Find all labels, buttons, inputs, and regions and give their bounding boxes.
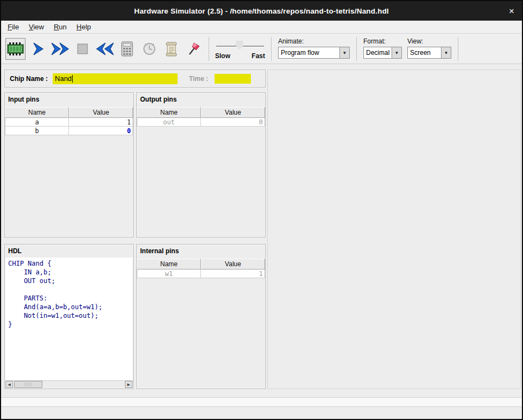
chip-header-panel: Chip Name : Nand Time : bbox=[4, 70, 266, 87]
hdl-panel: HDL CHIP Nand { IN a,b; OUT out; PARTS: … bbox=[4, 244, 134, 389]
toolbar-separator bbox=[458, 37, 458, 61]
breakpoint-flag-icon bbox=[187, 42, 201, 56]
scroll-right-icon[interactable]: ▶ bbox=[125, 381, 133, 388]
script-button[interactable] bbox=[161, 38, 181, 60]
toolbar-separator bbox=[271, 37, 272, 61]
view-select[interactable]: Screen ▼ bbox=[407, 47, 451, 59]
toolbar: Slow Fast Animate: Program flow ▼ Format… bbox=[1, 34, 522, 64]
toolbar-separator bbox=[356, 37, 357, 61]
format-group: Format: Decimal ▼ bbox=[363, 34, 402, 59]
internal-pins-title: Internal pins bbox=[137, 245, 265, 255]
view-selected-value: Screen bbox=[408, 47, 441, 58]
hdl-horizontal-scrollbar[interactable]: ◀ ▶ bbox=[5, 380, 133, 388]
time-input[interactable] bbox=[215, 74, 251, 84]
column-header-value: Value bbox=[69, 107, 133, 118]
calculator-button[interactable] bbox=[117, 38, 137, 60]
clock-button[interactable] bbox=[139, 38, 159, 60]
single-step-button[interactable] bbox=[28, 38, 48, 60]
pin-value: 0 bbox=[201, 118, 265, 127]
slider-fast-label: Fast bbox=[251, 52, 265, 60]
main-area: Chip Name : Nand Time : Input pins Name … bbox=[1, 64, 522, 390]
close-icon[interactable]: × bbox=[509, 7, 514, 16]
calculator-icon bbox=[121, 41, 134, 57]
menu-bar: File View Run Help bbox=[1, 21, 522, 34]
hdl-title: HDL bbox=[5, 245, 133, 255]
stop-square-icon bbox=[76, 42, 89, 55]
table-row: w1 1 bbox=[137, 269, 265, 278]
column-header-value: Value bbox=[201, 259, 265, 269]
view-group: View: Screen ▼ bbox=[407, 34, 451, 59]
output-pins-panel: Output pins Name Value out 0 bbox=[136, 92, 266, 237]
clock-icon bbox=[142, 42, 156, 56]
slider-slow-label: Slow bbox=[215, 52, 230, 60]
animate-select[interactable]: Program flow ▼ bbox=[278, 47, 350, 59]
animate-group: Animate: Program flow ▼ bbox=[278, 34, 350, 59]
title-bar: Hardware Simulator (2.5) - /home/thomas/… bbox=[1, 1, 522, 21]
pin-value[interactable]: 1 bbox=[69, 118, 133, 127]
menu-file[interactable]: File bbox=[3, 22, 24, 32]
format-select[interactable]: Decimal ▼ bbox=[363, 47, 402, 59]
chevron-down-icon[interactable]: ▼ bbox=[392, 47, 401, 58]
chevron-down-icon[interactable]: ▼ bbox=[441, 47, 451, 58]
rewind-icon bbox=[95, 42, 115, 56]
scroll-script-icon bbox=[165, 41, 179, 57]
breakpoints-button[interactable] bbox=[184, 38, 204, 60]
window-title: Hardware Simulator (2.5) - /home/thomas/… bbox=[134, 7, 389, 15]
input-pins-panel: Input pins Name Value a 1 b 0 bbox=[4, 92, 134, 237]
pin-name: b bbox=[5, 127, 69, 135]
chip-icon bbox=[7, 42, 24, 55]
chip-name-value: Nand bbox=[55, 74, 72, 83]
input-pins-table: Name Value a 1 b 0 bbox=[5, 107, 133, 135]
chip-name-label: Chip Name : bbox=[10, 75, 48, 83]
chevron-down-icon[interactable]: ▼ bbox=[339, 47, 349, 58]
speed-slider[interactable] bbox=[215, 41, 265, 51]
menu-help[interactable]: Help bbox=[72, 22, 97, 32]
hardware-simulator-window: Hardware Simulator (2.5) - /home/thomas/… bbox=[0, 0, 523, 420]
toolbar-separator bbox=[209, 37, 209, 61]
pin-name: out bbox=[137, 118, 201, 127]
input-pins-title: Input pins bbox=[5, 93, 133, 103]
menu-run[interactable]: Run bbox=[49, 22, 72, 32]
column-header-value: Value bbox=[201, 107, 265, 118]
column-header-name: Name bbox=[5, 107, 69, 118]
stop-button[interactable] bbox=[72, 38, 92, 60]
pin-name: w1 bbox=[137, 269, 201, 278]
pin-name: a bbox=[5, 118, 69, 127]
step-forward-icon bbox=[31, 42, 45, 56]
fast-forward-icon bbox=[51, 42, 70, 56]
animate-selected-value: Program flow bbox=[279, 47, 339, 58]
menu-view[interactable]: View bbox=[24, 22, 49, 32]
animate-label: Animate: bbox=[278, 37, 350, 45]
status-bar bbox=[1, 397, 522, 407]
table-row: out 0 bbox=[137, 118, 265, 127]
internal-pins-panel: Internal pins Name Value w1 1 bbox=[136, 244, 266, 389]
text-cursor bbox=[72, 75, 73, 83]
scroll-left-icon[interactable]: ◀ bbox=[5, 381, 13, 388]
column-header-name: Name bbox=[137, 107, 201, 118]
format-label: Format: bbox=[363, 37, 402, 45]
chip-name-input[interactable]: Nand bbox=[53, 73, 178, 84]
time-label: Time : bbox=[189, 75, 208, 83]
speed-slider-group: Slow Fast bbox=[215, 38, 265, 60]
display-area-panel bbox=[267, 70, 521, 389]
hdl-code-view: CHIP Nand { IN a,b; OUT out; PARTS: And(… bbox=[5, 258, 133, 380]
output-pins-table: Name Value out 0 bbox=[137, 107, 265, 127]
view-label: View: bbox=[407, 37, 451, 45]
load-chip-button[interactable] bbox=[5, 38, 26, 60]
run-button[interactable] bbox=[50, 38, 70, 60]
output-pins-title: Output pins bbox=[137, 93, 265, 103]
column-header-name: Name bbox=[137, 259, 201, 269]
slider-thumb[interactable] bbox=[236, 41, 243, 50]
pin-value[interactable]: 0 bbox=[69, 127, 133, 135]
reset-button[interactable] bbox=[94, 38, 115, 60]
pin-value: 1 bbox=[201, 269, 265, 278]
table-row: a 1 bbox=[5, 118, 133, 127]
internal-pins-table: Name Value w1 1 bbox=[137, 259, 265, 278]
scrollbar-thumb[interactable] bbox=[14, 381, 42, 388]
table-row: b 0 bbox=[5, 127, 133, 135]
footer bbox=[1, 390, 522, 419]
format-selected-value: Decimal bbox=[364, 47, 392, 58]
